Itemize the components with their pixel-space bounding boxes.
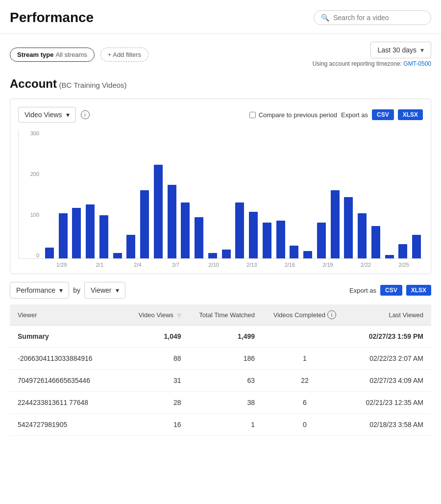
completed-cell: 0: [263, 414, 347, 436]
add-filters-label: + Add filters: [108, 51, 141, 58]
time-cell: 1: [189, 414, 263, 436]
th-video-views[interactable]: Video Views ▽: [115, 304, 189, 326]
summary-time: 1,499: [189, 326, 263, 348]
chevron-down-icon: ▾: [59, 286, 63, 294]
performance-select[interactable]: Performance ▾: [10, 282, 69, 299]
account-subtitle: (BC Training Videos): [59, 81, 126, 89]
bar: [45, 248, 54, 258]
last-viewed-cell: 02/21/23 12:35 AM: [347, 392, 431, 414]
page-header: Performance 🔍: [0, 0, 441, 34]
by-label: by: [73, 286, 80, 294]
bar-group: [356, 213, 368, 258]
bar-group: [84, 204, 97, 258]
viewer-cell[interactable]: 2244233813611 77648: [10, 392, 115, 414]
bar-group: [152, 165, 165, 258]
account-section: Account (BC Training Videos): [0, 69, 441, 95]
bar-group: [220, 250, 233, 258]
chart-header: Video Views ▾ i Compare to previous peri…: [18, 107, 423, 123]
bar: [154, 165, 163, 258]
bar-group: [206, 253, 219, 258]
bar: [263, 223, 271, 258]
page-title: Performance: [10, 10, 94, 25]
y-label-300: 300: [30, 130, 39, 136]
y-axis: 300 200 100 0: [19, 130, 42, 258]
chevron-down-icon: ▾: [420, 46, 424, 54]
x-label: 2/7: [157, 262, 195, 268]
bar: [276, 221, 285, 258]
filters-row: Stream type All streams + Add filters La…: [0, 34, 441, 69]
completed-info-icon[interactable]: i: [327, 310, 336, 319]
views-cell: 16: [115, 414, 189, 436]
th-last-viewed: Last Viewed: [347, 304, 431, 326]
completed-cell: 6: [263, 392, 347, 414]
export-xlsx-button[interactable]: XLSX: [398, 109, 423, 120]
x-label: 2/19: [309, 262, 347, 268]
metric-select[interactable]: Video Views ▾: [18, 107, 76, 123]
bar-group: [234, 202, 246, 258]
perf-controls-right: Export as CSV XLSX: [349, 285, 431, 296]
bar-group: [301, 251, 314, 258]
views-cell: 31: [115, 370, 189, 392]
timezone-info: Using account reporting timezone: GMT-05…: [313, 60, 431, 67]
chart-area: 300 200 100 0: [18, 130, 423, 259]
viewer-label: Viewer: [91, 286, 112, 294]
timezone-link[interactable]: GMT-0500: [403, 60, 431, 67]
bar: [113, 253, 122, 258]
chevron-down-icon: ▾: [66, 111, 70, 119]
x-label: 1/29: [43, 262, 81, 268]
stream-type-label: Stream type: [17, 51, 53, 58]
summary-last-viewed: 02/27/23 1:59 PM: [347, 326, 431, 348]
bar-group: [98, 215, 110, 258]
completed-cell: 1: [263, 348, 347, 370]
viewer-cell[interactable]: 7049726146665635446: [10, 370, 115, 392]
info-icon[interactable]: i: [81, 110, 90, 119]
bar: [249, 212, 258, 258]
table-row: 704972614666563544631632202/27/23 4:09 A…: [10, 370, 431, 392]
bar: [371, 226, 380, 258]
bar-group: [343, 197, 355, 258]
compare-checkbox-input[interactable]: [249, 112, 256, 118]
x-label: 2/25: [385, 262, 423, 268]
search-input[interactable]: [333, 14, 424, 22]
bar: [358, 213, 367, 258]
perf-export-xlsx-button[interactable]: XLSX: [406, 285, 431, 296]
x-label: 2/16: [271, 262, 309, 268]
summary-row: Summary 1,049 1,499 02/27/23 1:59 PM: [10, 326, 431, 348]
x-label: 2/1: [81, 262, 119, 268]
bar-group: [315, 223, 328, 258]
viewer-select[interactable]: Viewer ▾: [84, 282, 125, 299]
viewer-cell[interactable]: 5424727981905: [10, 414, 115, 436]
bar: [385, 255, 394, 258]
bar-group: [274, 221, 287, 258]
bar: [72, 208, 81, 258]
time-cell: 186: [189, 348, 263, 370]
chevron-down-icon: ▾: [116, 286, 119, 294]
bar-group: [261, 223, 273, 258]
compare-checkbox[interactable]: Compare to previous period: [249, 111, 337, 119]
bar-group: [193, 217, 205, 258]
export-label: Export as: [341, 111, 368, 119]
add-filters-button[interactable]: + Add filters: [100, 48, 148, 62]
summary-viewer: Summary: [10, 326, 115, 348]
bar: [140, 190, 149, 258]
last-viewed-cell: 02/18/23 3:58 AM: [347, 414, 431, 436]
completed-cell: 22: [263, 370, 347, 392]
date-range-button[interactable]: Last 30 days ▾: [370, 42, 431, 58]
bar-group: [369, 226, 382, 258]
bar-group: [288, 246, 301, 258]
filters-right: Last 30 days ▾ Using account reporting t…: [313, 42, 431, 67]
viewer-cell[interactable]: -2066304113033884916: [10, 348, 115, 370]
last-viewed-cell: 02/22/23 2:07 AM: [347, 348, 431, 370]
bar: [303, 251, 312, 258]
y-label-0: 0: [36, 252, 39, 258]
filters-left: Stream type All streams + Add filters: [10, 48, 148, 62]
metric-label: Video Views: [24, 111, 62, 119]
search-container[interactable]: 🔍: [314, 10, 431, 25]
bar-group: [410, 235, 423, 258]
bar: [222, 250, 231, 258]
export-csv-button[interactable]: CSV: [372, 109, 394, 120]
stream-type-button[interactable]: Stream type All streams: [10, 48, 95, 62]
bar-group: [125, 235, 138, 258]
perf-export-csv-button[interactable]: CSV: [380, 285, 402, 296]
bar: [235, 202, 244, 258]
